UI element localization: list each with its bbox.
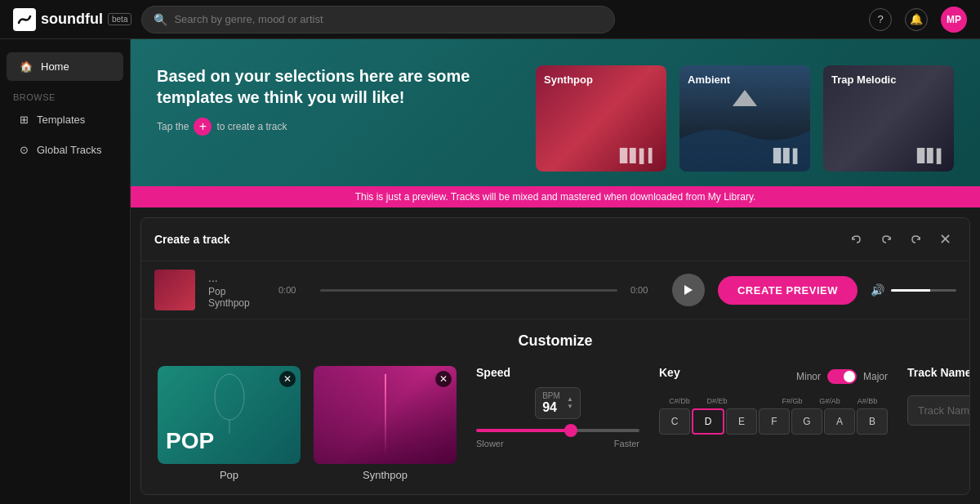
hero-heading: Based on your selections here are some t… [157,65,516,108]
major-label: Major [863,371,888,382]
sidebar-item-templates[interactable]: ⊞ Templates [7,105,123,134]
help-button[interactable]: ? [869,8,892,31]
logo-area: soundful beta [13,8,131,31]
minor-label: Minor [796,371,821,382]
trap-wave-icon: ▊▋▌ [917,148,946,163]
history-button[interactable] [875,228,898,251]
remove-synthpop-button[interactable]: ✕ [435,371,452,387]
volume-icon[interactable]: 🔊 [871,283,884,297]
key-control: Key Minor Major C#/Db [659,366,888,435]
key-naturals-row: C D E F G A B [659,408,888,435]
track-genre: Pop [208,286,265,297]
volume-slider[interactable] [891,289,956,292]
notifications-button[interactable]: 🔔 [905,8,928,31]
global-tracks-icon: ⊙ [20,144,29,156]
modal-title: Create a track [154,233,230,246]
key-C[interactable]: C [659,408,690,435]
synthpop-label: Synthpop [544,74,593,86]
beta-badge: beta [108,13,131,25]
sidebar-item-home[interactable]: 🏠 Home [7,52,123,81]
progress-bar[interactable] [320,289,617,292]
key-E[interactable]: E [726,408,757,435]
modal-header: Create a track ✕ [141,218,969,261]
hero-text: Based on your selections here are some t… [157,65,516,149]
key-header: Key Minor Major [659,366,888,387]
track-name-input[interactable] [907,395,970,426]
content-area: Based on your selections here are some t… [131,39,980,504]
bpm-down-arrow[interactable]: ▼ [567,404,573,410]
key-G[interactable]: G [791,408,822,435]
bpm-input-area: BPM 94 ▲ ▼ [476,387,639,419]
track-thumbnail [154,270,195,310]
pop-card-label: Pop [220,469,238,481]
create-preview-button[interactable]: CREATE PREVIEW [718,276,858,305]
template-card-trap-melodic[interactable]: Trap Melodic ▊▋▌ [823,65,954,172]
time-start: 0:00 [278,285,307,295]
genre-card-synthpop[interactable]: ✕ [314,366,457,464]
key-D[interactable]: D [692,408,724,435]
trap-melodic-label: Trap Melodic [831,74,896,86]
soundful-logo-icon [13,8,36,31]
ambient-wave-icon: ▊▋▌ [773,148,802,163]
nav-right: ? 🔔 MP [869,7,967,33]
bpm-value: 94 [542,400,560,415]
key-sharps-row: C#/Db D#/Eb F#/Gb G#/Ab A#/Bb [659,397,888,405]
speed-slider[interactable] [476,429,639,432]
speed-control: Speed BPM 94 ▲ ▼ [476,366,639,448]
create-track-modal: Create a track ✕ [140,217,970,495]
remove-pop-button[interactable]: ✕ [279,371,296,387]
genre-cards-area: POP ✕ Pop [158,366,457,481]
hero-banner: Based on your selections here are some t… [131,39,980,186]
minor-major-switch[interactable] [827,369,857,384]
player-row: ... Pop Synthpop 0:00 0:00 CREATE PREVIE… [141,261,969,319]
customize-section: Customize POP [141,319,969,494]
main-layout: 🏠 Home Browse ⊞ Templates ⊙ Global Track… [0,39,980,504]
key-F[interactable]: F [759,408,790,435]
track-subgenre: Synthpop [208,297,265,309]
top-navigation: soundful beta 🔍 ? 🔔 MP [0,0,980,39]
speed-thumb [564,424,577,437]
play-button[interactable] [672,274,705,306]
browse-label: Browse [0,83,130,105]
template-card-synthpop[interactable]: Synthpop ▊▋▌▍ [536,65,666,172]
modal-actions: ✕ [845,228,956,251]
volume-area: 🔊 [871,283,956,297]
create-plus-icon: + [194,118,212,136]
minor-major-toggle: Minor Major [796,369,888,384]
track-name-section: Track Name [907,366,970,426]
templates-icon: ⊞ [20,114,29,126]
speed-labels: Slower Faster [476,439,639,448]
logo-text: soundful [41,11,103,28]
template-cards: Synthpop ▊▋▌▍ Ambient ▊▋▌ [536,65,954,172]
key-B[interactable]: B [857,408,888,435]
search-bar[interactable]: 🔍 [141,6,615,33]
preview-banner: This is just a preview. Tracks will be m… [131,186,980,207]
track-name-label: Track Name [907,366,970,379]
bpm-up-arrow[interactable]: ▲ [567,396,573,403]
svg-point-0 [215,374,244,420]
synthpop-wave-icon: ▊▋▌▍ [620,148,658,163]
template-card-ambient[interactable]: Ambient ▊▋▌ [679,65,810,172]
bpm-arrows[interactable]: ▲ ▼ [567,396,573,410]
search-icon: 🔍 [154,13,167,26]
search-input[interactable] [174,13,603,25]
tap-create-hint: Tap the + to create a track [157,118,516,136]
close-button[interactable]: ✕ [933,228,956,251]
sidebar-item-global-tracks[interactable]: ⊙ Global Tracks [7,136,123,164]
toggle-knob [844,371,855,382]
bpm-label: BPM [542,391,560,400]
key-label: Key [659,366,680,379]
ambient-label: Ambient [688,74,730,86]
redo-button[interactable] [904,228,927,251]
undo-button[interactable] [845,228,868,251]
sidebar: 🏠 Home Browse ⊞ Templates ⊙ Global Track… [0,39,131,504]
track-options-dots[interactable]: ... [208,271,265,284]
bpm-box: BPM 94 ▲ ▼ [535,387,581,419]
speed-label: Speed [476,366,639,379]
user-avatar[interactable]: MP [941,7,967,33]
synthpop-card-label: Synthpop [363,469,408,481]
customize-title: Customize [158,332,953,350]
home-icon: 🏠 [20,60,33,73]
key-A[interactable]: A [824,408,855,435]
genre-card-pop[interactable]: POP ✕ [158,366,301,464]
